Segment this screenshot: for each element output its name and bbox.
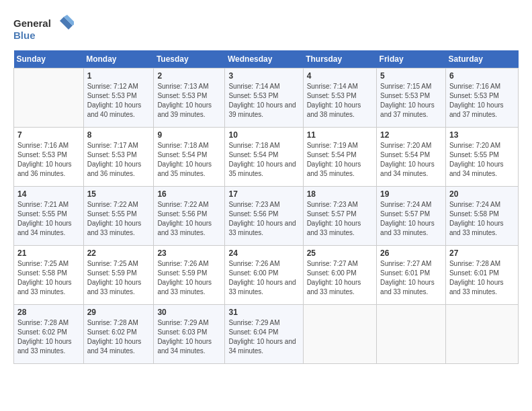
day-number: 9 <box>157 130 221 140</box>
header-day-thursday: Thursday <box>303 50 376 68</box>
calendar-cell: 17Sunrise: 7:23 AMSunset: 5:56 PMDayligh… <box>225 187 303 246</box>
calendar-cell: 24Sunrise: 7:26 AMSunset: 6:00 PMDayligh… <box>225 246 303 305</box>
day-info: Sunrise: 7:12 AMSunset: 5:53 PMDaylight:… <box>87 82 150 120</box>
day-info: Sunrise: 7:29 AMSunset: 6:03 PMDaylight:… <box>157 318 221 356</box>
header-day-tuesday: Tuesday <box>154 50 225 68</box>
calendar-week-row: 28Sunrise: 7:28 AMSunset: 6:02 PMDayligh… <box>14 305 519 364</box>
calendar-cell: 16Sunrise: 7:22 AMSunset: 5:56 PMDayligh… <box>154 187 225 246</box>
day-number: 13 <box>449 130 515 140</box>
header-day-saturday: Saturday <box>445 50 518 68</box>
day-number: 3 <box>228 71 299 81</box>
day-number: 11 <box>307 130 373 140</box>
calendar-header-row: SundayMondayTuesdayWednesdayThursdayFrid… <box>14 50 519 68</box>
day-number: 15 <box>87 189 150 199</box>
day-number: 12 <box>380 130 442 140</box>
svg-text:General: General <box>13 17 51 29</box>
logo: General Blue <box>13 13 74 44</box>
day-info: Sunrise: 7:20 AMSunset: 5:55 PMDaylight:… <box>449 141 515 179</box>
day-info: Sunrise: 7:15 AMSunset: 5:53 PMDaylight:… <box>380 82 442 120</box>
calendar-cell: 19Sunrise: 7:24 AMSunset: 5:57 PMDayligh… <box>377 187 446 246</box>
day-info: Sunrise: 7:23 AMSunset: 5:57 PMDaylight:… <box>307 200 373 238</box>
day-info: Sunrise: 7:20 AMSunset: 5:54 PMDaylight:… <box>380 141 442 179</box>
day-info: Sunrise: 7:22 AMSunset: 5:55 PMDaylight:… <box>87 200 150 238</box>
day-info: Sunrise: 7:26 AMSunset: 6:00 PMDaylight:… <box>228 259 299 297</box>
calendar-cell: 2Sunrise: 7:13 AMSunset: 5:53 PMDaylight… <box>154 68 225 128</box>
day-info: Sunrise: 7:26 AMSunset: 5:59 PMDaylight:… <box>157 259 221 297</box>
day-info: Sunrise: 7:24 AMSunset: 5:58 PMDaylight:… <box>449 200 515 238</box>
day-info: Sunrise: 7:22 AMSunset: 5:56 PMDaylight:… <box>157 200 221 238</box>
day-info: Sunrise: 7:27 AMSunset: 6:00 PMDaylight:… <box>307 259 373 297</box>
calendar-cell: 20Sunrise: 7:24 AMSunset: 5:58 PMDayligh… <box>445 187 518 246</box>
calendar-cell: 1Sunrise: 7:12 AMSunset: 5:53 PMDaylight… <box>83 68 154 128</box>
day-info: Sunrise: 7:29 AMSunset: 6:04 PMDaylight:… <box>228 318 299 356</box>
day-number: 4 <box>307 71 373 81</box>
day-info: Sunrise: 7:27 AMSunset: 6:01 PMDaylight:… <box>380 259 442 297</box>
day-info: Sunrise: 7:13 AMSunset: 5:53 PMDaylight:… <box>157 82 221 120</box>
calendar-cell: 21Sunrise: 7:25 AMSunset: 5:58 PMDayligh… <box>14 246 84 305</box>
day-info: Sunrise: 7:28 AMSunset: 6:02 PMDaylight:… <box>87 318 150 356</box>
day-info: Sunrise: 7:14 AMSunset: 5:53 PMDaylight:… <box>228 82 299 120</box>
calendar-cell: 13Sunrise: 7:20 AMSunset: 5:55 PMDayligh… <box>445 128 518 187</box>
calendar-cell <box>14 68 84 128</box>
day-number: 29 <box>87 308 150 317</box>
calendar-cell <box>377 305 446 364</box>
calendar-cell: 15Sunrise: 7:22 AMSunset: 5:55 PMDayligh… <box>83 187 154 246</box>
calendar-cell: 30Sunrise: 7:29 AMSunset: 6:03 PMDayligh… <box>154 305 225 364</box>
day-info: Sunrise: 7:18 AMSunset: 5:54 PMDaylight:… <box>228 141 299 179</box>
calendar-cell: 7Sunrise: 7:16 AMSunset: 5:53 PMDaylight… <box>14 128 84 187</box>
day-number: 22 <box>87 248 150 258</box>
day-info: Sunrise: 7:21 AMSunset: 5:55 PMDaylight:… <box>17 200 80 238</box>
calendar-cell: 18Sunrise: 7:23 AMSunset: 5:57 PMDayligh… <box>303 187 376 246</box>
calendar-table: SundayMondayTuesdayWednesdayThursdayFrid… <box>13 50 519 364</box>
calendar-cell: 27Sunrise: 7:28 AMSunset: 6:01 PMDayligh… <box>445 246 518 305</box>
calendar-cell: 31Sunrise: 7:29 AMSunset: 6:04 PMDayligh… <box>225 305 303 364</box>
day-info: Sunrise: 7:17 AMSunset: 5:53 PMDaylight:… <box>87 141 150 179</box>
calendar-cell: 11Sunrise: 7:19 AMSunset: 5:54 PMDayligh… <box>303 128 376 187</box>
day-info: Sunrise: 7:19 AMSunset: 5:54 PMDaylight:… <box>307 141 373 179</box>
day-info: Sunrise: 7:18 AMSunset: 5:54 PMDaylight:… <box>157 141 221 179</box>
day-number: 14 <box>17 189 80 199</box>
day-number: 25 <box>307 248 373 258</box>
calendar-cell <box>445 305 518 364</box>
calendar-cell: 6Sunrise: 7:16 AMSunset: 5:53 PMDaylight… <box>445 68 518 128</box>
day-number: 10 <box>228 130 299 140</box>
day-number: 7 <box>17 130 80 140</box>
calendar-cell: 8Sunrise: 7:17 AMSunset: 5:53 PMDaylight… <box>83 128 154 187</box>
calendar-cell: 10Sunrise: 7:18 AMSunset: 5:54 PMDayligh… <box>225 128 303 187</box>
day-number: 1 <box>87 71 150 81</box>
day-number: 24 <box>228 248 299 258</box>
calendar-week-row: 1Sunrise: 7:12 AMSunset: 5:53 PMDaylight… <box>14 68 519 128</box>
day-number: 28 <box>17 308 80 317</box>
day-number: 6 <box>449 71 515 81</box>
day-number: 23 <box>157 248 221 258</box>
calendar-cell: 9Sunrise: 7:18 AMSunset: 5:54 PMDaylight… <box>154 128 225 187</box>
day-info: Sunrise: 7:14 AMSunset: 5:53 PMDaylight:… <box>307 82 373 120</box>
day-number: 5 <box>380 71 442 81</box>
day-number: 18 <box>307 189 373 199</box>
day-info: Sunrise: 7:16 AMSunset: 5:53 PMDaylight:… <box>449 82 515 120</box>
calendar-cell: 3Sunrise: 7:14 AMSunset: 5:53 PMDaylight… <box>225 68 303 128</box>
day-number: 8 <box>87 130 150 140</box>
day-number: 31 <box>228 308 299 317</box>
day-number: 26 <box>380 248 442 258</box>
calendar-week-row: 21Sunrise: 7:25 AMSunset: 5:58 PMDayligh… <box>14 246 519 305</box>
calendar-week-row: 14Sunrise: 7:21 AMSunset: 5:55 PMDayligh… <box>14 187 519 246</box>
calendar-cell: 22Sunrise: 7:25 AMSunset: 5:59 PMDayligh… <box>83 246 154 305</box>
calendar-cell: 12Sunrise: 7:20 AMSunset: 5:54 PMDayligh… <box>377 128 446 187</box>
calendar-cell <box>303 305 376 364</box>
day-info: Sunrise: 7:25 AMSunset: 5:59 PMDaylight:… <box>87 259 150 297</box>
calendar-cell: 5Sunrise: 7:15 AMSunset: 5:53 PMDaylight… <box>377 68 446 128</box>
day-number: 17 <box>228 189 299 199</box>
day-number: 21 <box>17 248 80 258</box>
day-info: Sunrise: 7:16 AMSunset: 5:53 PMDaylight:… <box>17 141 80 179</box>
day-number: 20 <box>449 189 515 199</box>
logo-svg: General Blue <box>13 13 74 44</box>
day-number: 2 <box>157 71 221 81</box>
day-number: 27 <box>449 248 515 258</box>
day-info: Sunrise: 7:28 AMSunset: 6:01 PMDaylight:… <box>449 259 515 297</box>
calendar-cell: 28Sunrise: 7:28 AMSunset: 6:02 PMDayligh… <box>14 305 84 364</box>
calendar-cell: 23Sunrise: 7:26 AMSunset: 5:59 PMDayligh… <box>154 246 225 305</box>
calendar-cell: 4Sunrise: 7:14 AMSunset: 5:53 PMDaylight… <box>303 68 376 128</box>
calendar-week-row: 7Sunrise: 7:16 AMSunset: 5:53 PMDaylight… <box>14 128 519 187</box>
day-info: Sunrise: 7:28 AMSunset: 6:02 PMDaylight:… <box>17 318 80 356</box>
